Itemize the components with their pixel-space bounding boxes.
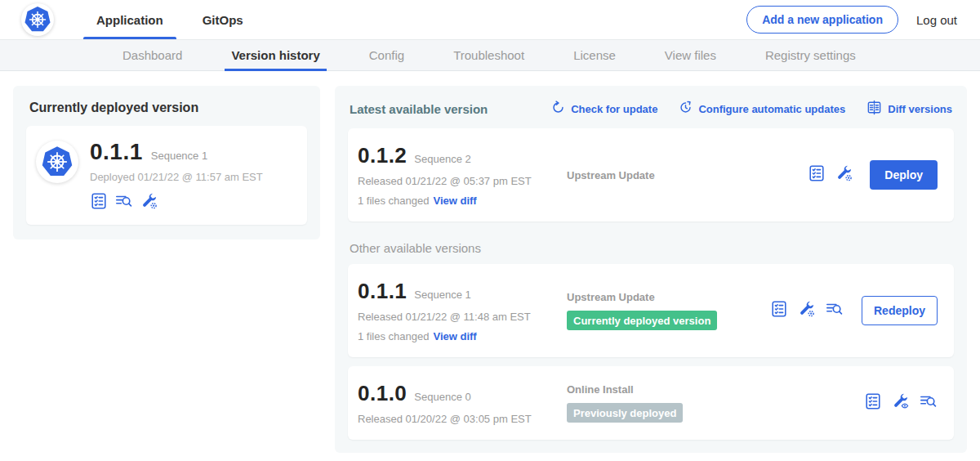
release-notes-icon[interactable] xyxy=(90,192,108,213)
deployed-timestamp: Deployed 01/21/22 @ 11:57 am EST xyxy=(90,171,263,183)
latest-available-heading: Latest available version xyxy=(350,102,488,116)
schedule-update-icon xyxy=(679,101,693,117)
configure-automatic-updates-link[interactable]: Configure automatic updates xyxy=(679,101,845,117)
previously-deployed-badge: Previously deployed xyxy=(567,403,683,423)
sequence-label: Sequence 0 xyxy=(414,391,470,403)
files-changed-label: 1 files changed xyxy=(358,330,429,342)
release-notes-icon[interactable] xyxy=(770,300,788,321)
version-source-label: Upstream Update xyxy=(567,169,808,181)
view-diff-link[interactable]: View diff xyxy=(433,330,476,342)
currently-deployed-title: Currently deployed version xyxy=(26,99,307,115)
logout-button[interactable]: Log out xyxy=(916,13,957,27)
subnav-item-registry-settings[interactable]: Registry settings xyxy=(764,40,858,70)
version-number: 0.1.0 xyxy=(358,381,407,406)
currently-deployed-panel: Currently deployed version 0.1 xyxy=(13,86,320,239)
sequence-label: Sequence 1 xyxy=(414,289,470,301)
released-timestamp: Released 01/20/22 @ 03:05 pm EST xyxy=(358,413,567,425)
tab-gitops[interactable]: GitOps xyxy=(183,0,263,39)
kubernetes-logo xyxy=(21,3,54,36)
subnav-item-troubleshoot[interactable]: Troubleshoot xyxy=(452,40,526,70)
deploy-button[interactable]: Deploy xyxy=(870,160,938,190)
version-card-0-1-2: 0.1.2 Sequence 2 Released 01/21/22 @ 05:… xyxy=(348,128,954,222)
version-source-label: Online Install xyxy=(567,383,864,396)
version-history-panel: Latest available version Check for updat… xyxy=(335,86,967,453)
edit-config-icon[interactable] xyxy=(835,164,853,186)
edit-config-icon[interactable] xyxy=(798,300,816,321)
deployed-sequence-label: Sequence 1 xyxy=(151,150,207,162)
subnav-item-license[interactable]: License xyxy=(572,40,617,70)
view-logs-icon[interactable] xyxy=(826,300,844,321)
refresh-icon xyxy=(551,101,565,117)
diff-icon xyxy=(866,100,882,118)
version-number: 0.1.1 xyxy=(358,279,407,304)
sequence-label: Sequence 2 xyxy=(414,153,470,165)
deployed-version-number: 0.1.1 xyxy=(90,139,143,165)
redeploy-button[interactable]: Redeploy xyxy=(862,296,938,325)
version-number: 0.1.2 xyxy=(358,143,407,168)
diff-versions-link[interactable]: Diff versions xyxy=(866,100,952,118)
check-for-update-link[interactable]: Check for update xyxy=(551,101,657,117)
app-icon-kubernetes xyxy=(36,141,78,183)
tab-application[interactable]: Application xyxy=(77,0,183,39)
released-timestamp: Released 01/21/22 @ 05:37 pm EST xyxy=(358,175,567,187)
currently-deployed-badge: Currently deployed version xyxy=(567,311,717,330)
view-diff-link[interactable]: View diff xyxy=(433,195,476,207)
add-new-application-button[interactable]: Add a new application xyxy=(746,6,898,34)
subnav-item-config[interactable]: Config xyxy=(368,40,406,70)
release-notes-icon[interactable] xyxy=(864,392,882,414)
header-tabs: Application GitOps xyxy=(77,0,263,39)
version-source-label: Upstream Update xyxy=(567,291,770,303)
view-logs-icon[interactable] xyxy=(115,192,133,213)
other-versions-heading: Other available versions xyxy=(350,241,952,255)
app-header: Application GitOps Add a new application… xyxy=(0,0,980,39)
subnav-item-view-files[interactable]: View files xyxy=(663,40,718,70)
subnav-item-dashboard[interactable]: Dashboard xyxy=(121,40,184,70)
version-card-0-1-0: 0.1.0 Sequence 0 Released 01/20/22 @ 03:… xyxy=(348,366,954,440)
released-timestamp: Released 01/21/22 @ 11:48 am EST xyxy=(358,311,567,323)
files-changed-label: 1 files changed xyxy=(358,195,429,207)
version-card-0-1-1: 0.1.1 Sequence 1 Released 01/21/22 @ 11:… xyxy=(348,264,954,357)
edit-config-icon[interactable] xyxy=(140,192,158,213)
view-config-icon[interactable] xyxy=(892,392,910,414)
view-logs-icon[interactable] xyxy=(920,392,938,414)
deployed-version-card: 0.1.1 Sequence 1 Deployed 01/21/22 @ 11:… xyxy=(26,126,307,225)
app-subnav: Dashboard Version history Config Trouble… xyxy=(0,39,980,71)
release-notes-icon[interactable] xyxy=(808,164,826,186)
subnav-item-version-history[interactable]: Version history xyxy=(229,40,321,70)
